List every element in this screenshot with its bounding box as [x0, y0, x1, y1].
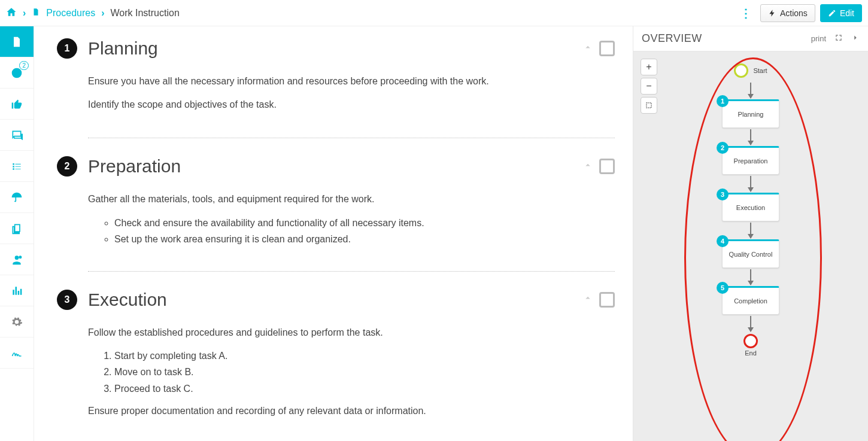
chevron-right-icon[interactable]: [851, 34, 860, 44]
start-label: Start: [753, 67, 767, 74]
step-controls: [582, 159, 615, 174]
overview-header: OVERVIEW print: [633, 26, 868, 51]
step-header: 3Execution: [88, 290, 615, 310]
flow-node-label: Planning: [738, 111, 764, 118]
step-paragraph: Follow the established procedures and gu…: [88, 324, 615, 340]
flow-arrow: [750, 223, 751, 238]
flow-node-label: Completion: [734, 297, 767, 305]
flow-diagram: Start 1Planning2Preparation3Execution4Qu…: [633, 51, 868, 441]
flow-node[interactable]: 3Execution: [722, 193, 779, 221]
users-icon: [11, 254, 23, 266]
step-paragraph: Identify the scope and objectives of the…: [88, 96, 615, 112]
step-number: 1: [57, 38, 77, 59]
fullscreen-icon[interactable]: [834, 34, 843, 44]
breadcrumb-separator: ›: [23, 8, 26, 19]
overview-body: + − Start 1Planning2Preparation3Executio…: [633, 51, 868, 441]
step: 1PlanningEnsure you have all the necessa…: [88, 38, 615, 138]
flow-node-label: Execution: [736, 204, 765, 211]
overview-title: OVERVIEW: [642, 32, 702, 45]
step-paragraph: Ensure you have all the necessary inform…: [88, 73, 615, 89]
sidebar-item-history[interactable]: 2: [0, 57, 34, 89]
overview-actions: print: [811, 34, 860, 44]
sidebar: 2: [0, 26, 34, 441]
sidebar-item-document[interactable]: [0, 26, 34, 57]
flow-arrow: [750, 176, 751, 191]
step-body: Gather all the materials, tools, and equ…: [88, 191, 615, 247]
step-controls: [582, 41, 615, 56]
umbrella-icon: [11, 191, 23, 203]
flow-arrow: [750, 83, 751, 98]
zoom-fit-button[interactable]: [641, 97, 657, 114]
flow-arrow: [750, 129, 751, 145]
sidebar-item-signature[interactable]: [0, 337, 34, 369]
list-item: Start by completing task A.: [114, 348, 615, 364]
step: 3ExecutionFollow the established procedu…: [88, 290, 615, 441]
flow-node-number: 1: [717, 95, 729, 107]
signature-icon: [11, 347, 23, 359]
end-node-icon: [743, 334, 758, 348]
flow-node-number: 2: [717, 142, 729, 154]
breadcrumb-separator: ›: [101, 8, 104, 19]
sidebar-item-users[interactable]: [0, 244, 34, 275]
edit-icon: [828, 9, 836, 17]
sidebar-item-approve[interactable]: [0, 89, 34, 120]
actions-button[interactable]: Actions: [760, 4, 815, 22]
flow-node[interactable]: 4Quality Control: [722, 239, 779, 268]
flow-node[interactable]: 5Completion: [722, 286, 779, 315]
content-area: 1PlanningEnsure you have all the necessa…: [34, 26, 633, 441]
sidebar-item-tasks[interactable]: [0, 151, 34, 182]
sidebar-item-settings[interactable]: [0, 306, 34, 337]
home-icon[interactable]: [6, 7, 17, 20]
thumbs-up-icon: [11, 98, 23, 110]
list-item: Set up the work area ensuring it is clea…: [114, 231, 615, 247]
step-controls: [582, 292, 615, 308]
step-paragraph: Gather all the materials, tools, and equ…: [88, 191, 615, 207]
sidebar-item-comments[interactable]: [0, 120, 34, 151]
breadcrumb-parent[interactable]: Procedures: [46, 8, 95, 19]
zoom-in-button[interactable]: +: [641, 59, 657, 75]
step-paragraph: Ensure proper documentation and recordin…: [88, 403, 615, 419]
breadcrumb-current: Work Instruction: [110, 8, 179, 19]
layout: 2 1PlanningEnsure you have a: [0, 26, 868, 441]
collapse-icon[interactable]: [582, 293, 593, 306]
flow-arrow: [750, 269, 751, 285]
kebab-menu-icon[interactable]: ⋮: [736, 6, 755, 20]
step-header: 1Planning: [88, 38, 615, 59]
step-checkbox[interactable]: [599, 292, 615, 308]
main: 1PlanningEnsure you have all the necessa…: [34, 26, 868, 441]
flow-node-number: 3: [717, 188, 729, 200]
print-link[interactable]: print: [811, 34, 826, 43]
step-checkbox[interactable]: [599, 41, 615, 56]
step-title: Execution: [88, 290, 167, 310]
flow-node-label: Quality Control: [729, 251, 773, 258]
gear-icon: [11, 316, 23, 328]
list-item: Check and ensure the availability and fu…: [114, 215, 615, 231]
flow-node[interactable]: 1Planning: [722, 99, 779, 128]
sidebar-badge: 2: [19, 61, 29, 70]
step-bullets: Check and ensure the availability and fu…: [88, 215, 615, 247]
sidebar-item-analytics[interactable]: [0, 275, 34, 306]
svg-rect-0: [647, 103, 651, 108]
zoom-controls: + −: [641, 59, 657, 114]
step-checkbox[interactable]: [599, 159, 615, 174]
edit-button[interactable]: Edit: [820, 4, 862, 22]
list-item: Proceed to task C.: [114, 381, 615, 397]
bolt-icon: [768, 9, 776, 17]
sidebar-item-risk[interactable]: [0, 182, 34, 213]
zoom-out-button[interactable]: −: [641, 78, 657, 95]
sidebar-item-copies[interactable]: [0, 213, 34, 244]
top-actions: ⋮ Actions Edit: [736, 4, 862, 22]
document-icon: [11, 36, 23, 48]
step-body: Ensure you have all the necessary inform…: [88, 73, 615, 112]
actions-label: Actions: [780, 8, 808, 18]
flow-arrow: [750, 316, 751, 331]
topbar: › Procedures › Work Instruction ⋮ Action…: [0, 0, 868, 26]
flow-start: Start: [734, 63, 767, 78]
step-header: 2Preparation: [88, 156, 615, 177]
list-check-icon: [11, 160, 23, 172]
collapse-icon[interactable]: [582, 160, 593, 174]
flow-node[interactable]: 2Preparation: [722, 146, 779, 175]
collapse-icon[interactable]: [582, 42, 593, 56]
step-title: Preparation: [88, 156, 181, 177]
step-number: 3: [57, 290, 77, 310]
